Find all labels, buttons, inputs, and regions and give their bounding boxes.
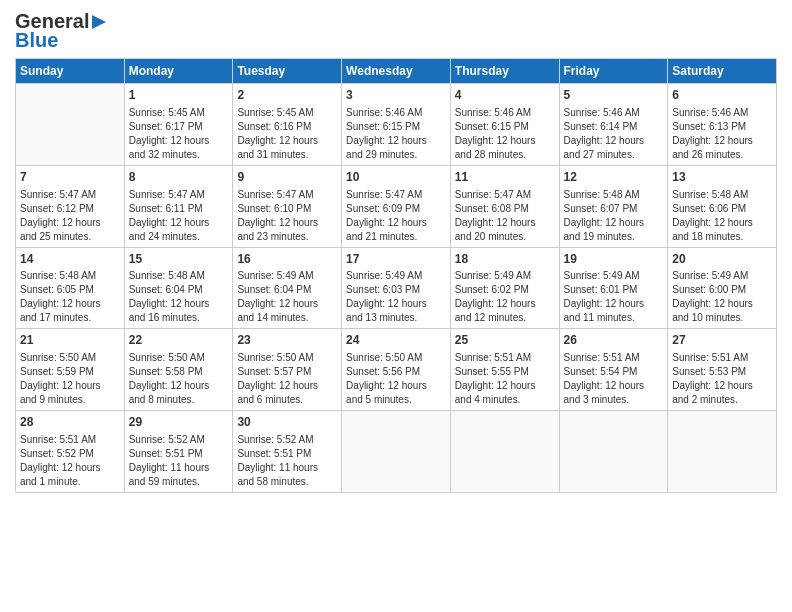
calendar-cell: 21Sunrise: 5:50 AM Sunset: 5:59 PM Dayli… (16, 329, 125, 411)
day-number: 23 (237, 332, 337, 349)
day-number: 26 (564, 332, 664, 349)
day-info: Sunrise: 5:47 AM Sunset: 6:09 PM Dayligh… (346, 188, 446, 244)
header-wednesday: Wednesday (342, 59, 451, 84)
day-info: Sunrise: 5:45 AM Sunset: 6:17 PM Dayligh… (129, 106, 229, 162)
day-info: Sunrise: 5:47 AM Sunset: 6:08 PM Dayligh… (455, 188, 555, 244)
day-number: 10 (346, 169, 446, 186)
calendar-cell: 14Sunrise: 5:48 AM Sunset: 6:05 PM Dayli… (16, 247, 125, 329)
calendar-header-row: SundayMondayTuesdayWednesdayThursdayFrid… (16, 59, 777, 84)
day-number: 29 (129, 414, 229, 431)
day-number: 18 (455, 251, 555, 268)
day-number: 6 (672, 87, 772, 104)
day-number: 21 (20, 332, 120, 349)
header-tuesday: Tuesday (233, 59, 342, 84)
calendar-cell: 15Sunrise: 5:48 AM Sunset: 6:04 PM Dayli… (124, 247, 233, 329)
day-info: Sunrise: 5:47 AM Sunset: 6:12 PM Dayligh… (20, 188, 120, 244)
day-info: Sunrise: 5:47 AM Sunset: 6:11 PM Dayligh… (129, 188, 229, 244)
calendar-cell: 16Sunrise: 5:49 AM Sunset: 6:04 PM Dayli… (233, 247, 342, 329)
calendar-cell: 12Sunrise: 5:48 AM Sunset: 6:07 PM Dayli… (559, 165, 668, 247)
week-row-2: 14Sunrise: 5:48 AM Sunset: 6:05 PM Dayli… (16, 247, 777, 329)
week-row-1: 7Sunrise: 5:47 AM Sunset: 6:12 PM Daylig… (16, 165, 777, 247)
day-number: 27 (672, 332, 772, 349)
calendar-cell: 5Sunrise: 5:46 AM Sunset: 6:14 PM Daylig… (559, 84, 668, 166)
logo-icon (90, 13, 108, 31)
day-info: Sunrise: 5:46 AM Sunset: 6:14 PM Dayligh… (564, 106, 664, 162)
day-number: 19 (564, 251, 664, 268)
calendar-cell (450, 411, 559, 493)
day-info: Sunrise: 5:49 AM Sunset: 6:04 PM Dayligh… (237, 269, 337, 325)
calendar-cell: 27Sunrise: 5:51 AM Sunset: 5:53 PM Dayli… (668, 329, 777, 411)
header-monday: Monday (124, 59, 233, 84)
calendar-cell: 20Sunrise: 5:49 AM Sunset: 6:00 PM Dayli… (668, 247, 777, 329)
calendar-cell: 24Sunrise: 5:50 AM Sunset: 5:56 PM Dayli… (342, 329, 451, 411)
svg-marker-0 (92, 15, 106, 29)
calendar-cell: 11Sunrise: 5:47 AM Sunset: 6:08 PM Dayli… (450, 165, 559, 247)
calendar-cell: 30Sunrise: 5:52 AM Sunset: 5:51 PM Dayli… (233, 411, 342, 493)
day-info: Sunrise: 5:46 AM Sunset: 6:15 PM Dayligh… (346, 106, 446, 162)
calendar-cell: 10Sunrise: 5:47 AM Sunset: 6:09 PM Dayli… (342, 165, 451, 247)
day-info: Sunrise: 5:46 AM Sunset: 6:15 PM Dayligh… (455, 106, 555, 162)
calendar-cell: 17Sunrise: 5:49 AM Sunset: 6:03 PM Dayli… (342, 247, 451, 329)
calendar-cell: 6Sunrise: 5:46 AM Sunset: 6:13 PM Daylig… (668, 84, 777, 166)
day-info: Sunrise: 5:50 AM Sunset: 5:59 PM Dayligh… (20, 351, 120, 407)
day-number: 7 (20, 169, 120, 186)
page-header: General Blue (15, 10, 777, 52)
day-info: Sunrise: 5:50 AM Sunset: 5:58 PM Dayligh… (129, 351, 229, 407)
calendar-cell: 2Sunrise: 5:45 AM Sunset: 6:16 PM Daylig… (233, 84, 342, 166)
header-sunday: Sunday (16, 59, 125, 84)
day-number: 3 (346, 87, 446, 104)
calendar-cell: 18Sunrise: 5:49 AM Sunset: 6:02 PM Dayli… (450, 247, 559, 329)
day-info: Sunrise: 5:51 AM Sunset: 5:55 PM Dayligh… (455, 351, 555, 407)
day-info: Sunrise: 5:49 AM Sunset: 6:02 PM Dayligh… (455, 269, 555, 325)
day-info: Sunrise: 5:47 AM Sunset: 6:10 PM Dayligh… (237, 188, 337, 244)
calendar-cell: 23Sunrise: 5:50 AM Sunset: 5:57 PM Dayli… (233, 329, 342, 411)
calendar-cell (16, 84, 125, 166)
calendar-cell: 1Sunrise: 5:45 AM Sunset: 6:17 PM Daylig… (124, 84, 233, 166)
day-number: 2 (237, 87, 337, 104)
calendar-cell (668, 411, 777, 493)
week-row-3: 21Sunrise: 5:50 AM Sunset: 5:59 PM Dayli… (16, 329, 777, 411)
day-number: 9 (237, 169, 337, 186)
calendar-cell: 8Sunrise: 5:47 AM Sunset: 6:11 PM Daylig… (124, 165, 233, 247)
day-number: 15 (129, 251, 229, 268)
day-info: Sunrise: 5:50 AM Sunset: 5:57 PM Dayligh… (237, 351, 337, 407)
day-number: 13 (672, 169, 772, 186)
day-info: Sunrise: 5:52 AM Sunset: 5:51 PM Dayligh… (129, 433, 229, 489)
calendar-cell: 9Sunrise: 5:47 AM Sunset: 6:10 PM Daylig… (233, 165, 342, 247)
day-info: Sunrise: 5:48 AM Sunset: 6:06 PM Dayligh… (672, 188, 772, 244)
calendar-cell: 28Sunrise: 5:51 AM Sunset: 5:52 PM Dayli… (16, 411, 125, 493)
day-info: Sunrise: 5:48 AM Sunset: 6:04 PM Dayligh… (129, 269, 229, 325)
calendar-cell: 7Sunrise: 5:47 AM Sunset: 6:12 PM Daylig… (16, 165, 125, 247)
day-number: 5 (564, 87, 664, 104)
day-number: 4 (455, 87, 555, 104)
calendar-cell: 19Sunrise: 5:49 AM Sunset: 6:01 PM Dayli… (559, 247, 668, 329)
calendar-cell: 29Sunrise: 5:52 AM Sunset: 5:51 PM Dayli… (124, 411, 233, 493)
logo-blue: Blue (15, 29, 58, 52)
day-info: Sunrise: 5:46 AM Sunset: 6:13 PM Dayligh… (672, 106, 772, 162)
day-info: Sunrise: 5:52 AM Sunset: 5:51 PM Dayligh… (237, 433, 337, 489)
day-number: 12 (564, 169, 664, 186)
calendar-cell (342, 411, 451, 493)
day-number: 28 (20, 414, 120, 431)
calendar-cell: 4Sunrise: 5:46 AM Sunset: 6:15 PM Daylig… (450, 84, 559, 166)
header-thursday: Thursday (450, 59, 559, 84)
calendar-body: 1Sunrise: 5:45 AM Sunset: 6:17 PM Daylig… (16, 84, 777, 493)
day-number: 17 (346, 251, 446, 268)
calendar-cell: 26Sunrise: 5:51 AM Sunset: 5:54 PM Dayli… (559, 329, 668, 411)
day-number: 8 (129, 169, 229, 186)
week-row-0: 1Sunrise: 5:45 AM Sunset: 6:17 PM Daylig… (16, 84, 777, 166)
header-friday: Friday (559, 59, 668, 84)
calendar-cell (559, 411, 668, 493)
day-number: 22 (129, 332, 229, 349)
day-info: Sunrise: 5:51 AM Sunset: 5:52 PM Dayligh… (20, 433, 120, 489)
day-number: 11 (455, 169, 555, 186)
day-number: 16 (237, 251, 337, 268)
calendar-table: SundayMondayTuesdayWednesdayThursdayFrid… (15, 58, 777, 493)
day-number: 30 (237, 414, 337, 431)
day-info: Sunrise: 5:49 AM Sunset: 6:00 PM Dayligh… (672, 269, 772, 325)
header-saturday: Saturday (668, 59, 777, 84)
day-info: Sunrise: 5:51 AM Sunset: 5:53 PM Dayligh… (672, 351, 772, 407)
week-row-4: 28Sunrise: 5:51 AM Sunset: 5:52 PM Dayli… (16, 411, 777, 493)
day-number: 20 (672, 251, 772, 268)
day-number: 14 (20, 251, 120, 268)
